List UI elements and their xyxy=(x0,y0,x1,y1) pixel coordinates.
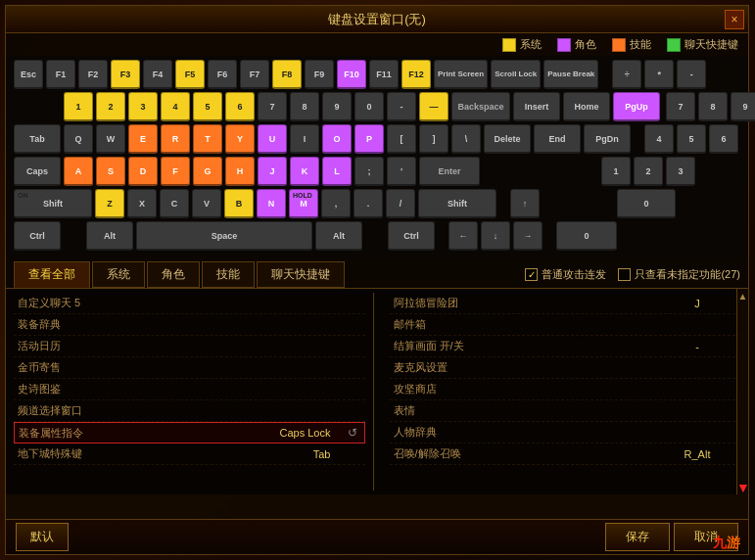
key-j[interactable]: J xyxy=(258,157,287,186)
key-6[interactable]: 6 xyxy=(225,92,255,121)
key-backspace[interactable]: Backspace xyxy=(451,92,510,121)
key-b[interactable]: B xyxy=(224,189,254,218)
checkbox-unassigned[interactable] xyxy=(618,268,631,281)
key-7[interactable]: 7 xyxy=(258,92,287,121)
key-e[interactable]: E xyxy=(128,124,158,154)
key-x[interactable]: X xyxy=(127,189,157,218)
key-f1[interactable]: F1 xyxy=(46,60,75,89)
key-num1[interactable]: 1 xyxy=(601,157,631,186)
key-pgdn[interactable]: PgDn xyxy=(584,124,631,154)
key-lbracket[interactable]: [ xyxy=(387,124,416,154)
key-f8[interactable]: F8 xyxy=(272,60,302,89)
key-rctrl[interactable]: Ctrl xyxy=(388,221,435,251)
key-end[interactable]: End xyxy=(534,124,581,154)
key-4[interactable]: 4 xyxy=(161,92,190,121)
key-3[interactable]: 3 xyxy=(128,92,158,121)
key-o[interactable]: O xyxy=(322,124,352,154)
key-t[interactable]: T xyxy=(193,124,222,154)
key-f11[interactable]: F11 xyxy=(369,60,399,89)
tab-role[interactable]: 角色 xyxy=(147,261,200,288)
key-rbracket[interactable]: ] xyxy=(419,124,448,154)
key-left[interactable]: ← xyxy=(448,221,478,251)
key-lalt[interactable]: Alt xyxy=(86,221,133,251)
key-num7[interactable]: 7 xyxy=(666,92,695,121)
key-f5[interactable]: F5 xyxy=(175,60,205,89)
key-f[interactable]: F xyxy=(161,157,190,186)
key-z[interactable]: Z xyxy=(95,189,124,218)
key-numdiv[interactable]: ÷ xyxy=(612,60,641,89)
scroll-up-button[interactable]: ▲ xyxy=(737,289,749,303)
key-f4[interactable]: F4 xyxy=(143,60,172,89)
key-ralt[interactable]: Alt xyxy=(315,221,362,251)
key-comma[interactable]: , xyxy=(321,189,351,218)
close-button[interactable]: × xyxy=(725,10,744,29)
key-m[interactable]: HOLD M xyxy=(289,189,318,218)
key-f2[interactable]: F2 xyxy=(78,60,108,89)
tab-all[interactable]: 查看全部 xyxy=(14,261,90,288)
key-esc[interactable]: Esc xyxy=(14,60,43,89)
key-h[interactable]: H xyxy=(225,157,255,186)
key-0[interactable]: 0 xyxy=(354,92,384,121)
key-u[interactable]: U xyxy=(258,124,287,154)
key-space[interactable]: Space xyxy=(136,221,312,251)
key-home[interactable]: Home xyxy=(563,92,610,121)
key-num-ins[interactable]: 0 xyxy=(556,221,617,251)
key-pause[interactable]: Pause Break xyxy=(543,60,598,89)
checkbox-normal-attack-label[interactable]: 普通攻击连发 xyxy=(525,267,606,282)
key-enter[interactable]: Enter xyxy=(419,157,480,186)
key-c[interactable]: C xyxy=(160,189,189,218)
key-equal[interactable]: — xyxy=(419,92,448,121)
key-lctrl[interactable]: Ctrl xyxy=(14,221,61,251)
key-w[interactable]: W xyxy=(96,124,125,154)
key-scrolllock[interactable]: Scroll Lock xyxy=(491,60,541,89)
checkbox-normal-attack[interactable] xyxy=(525,268,538,281)
tab-system[interactable]: 系统 xyxy=(92,261,145,288)
key-tab[interactable]: Tab xyxy=(14,124,61,154)
scroll-down-button[interactable]: ▼ xyxy=(737,481,749,494)
tab-chat[interactable]: 聊天快捷键 xyxy=(257,261,345,288)
key-up[interactable]: ↑ xyxy=(510,189,540,218)
checkbox-unassigned-label[interactable]: 只查看未指定功能(27) xyxy=(618,267,740,282)
key-f9[interactable]: F9 xyxy=(305,60,334,89)
key-d[interactable]: D xyxy=(128,157,158,186)
key-num4[interactable]: 4 xyxy=(644,124,674,154)
key-rshift[interactable]: Shift xyxy=(418,189,496,218)
key-8[interactable]: 8 xyxy=(290,92,319,121)
key-num2[interactable]: 2 xyxy=(634,157,663,186)
key-l[interactable]: L xyxy=(322,157,352,186)
key-r[interactable]: R xyxy=(161,124,190,154)
key-pgup[interactable]: PgUp xyxy=(613,92,660,121)
key-q[interactable]: Q xyxy=(64,124,93,154)
key-num8[interactable]: 8 xyxy=(698,92,728,121)
key-g[interactable]: G xyxy=(193,157,222,186)
default-button[interactable]: 默认 xyxy=(16,523,69,551)
key-insert[interactable]: Insert xyxy=(513,92,560,121)
key-right[interactable]: → xyxy=(513,221,543,251)
key-num9[interactable]: 9 xyxy=(731,92,755,121)
key-9[interactable]: 9 xyxy=(322,92,352,121)
key-nummul[interactable]: * xyxy=(644,60,674,89)
tab-skill[interactable]: 技能 xyxy=(202,261,255,288)
key-num5[interactable]: 5 xyxy=(677,124,706,154)
key-p[interactable]: P xyxy=(354,124,384,154)
key-slash[interactable]: / xyxy=(386,189,415,218)
key-2[interactable]: 2 xyxy=(96,92,125,121)
key-y[interactable]: Y xyxy=(225,124,255,154)
key-n[interactable]: N xyxy=(257,189,286,218)
key-lshift[interactable]: ON Shift xyxy=(14,189,92,218)
key-i[interactable]: I xyxy=(290,124,319,154)
key-f3[interactable]: F3 xyxy=(111,60,140,89)
key-a[interactable]: A xyxy=(64,157,93,186)
key-f6[interactable]: F6 xyxy=(208,60,237,89)
key-backslash[interactable]: \ xyxy=(451,124,481,154)
key-f12[interactable]: F12 xyxy=(401,60,431,89)
key-down[interactable]: ↓ xyxy=(481,221,510,251)
key-k[interactable]: K xyxy=(290,157,319,186)
key-num6[interactable]: 6 xyxy=(709,124,738,154)
key-num0[interactable]: 0 xyxy=(617,189,676,218)
key-semicolon[interactable]: ; xyxy=(354,157,384,186)
key-quote[interactable]: ' xyxy=(387,157,416,186)
key-f10[interactable]: F10 xyxy=(337,60,366,89)
key-printscreen[interactable]: Print Screen xyxy=(434,60,488,89)
key-numsub[interactable]: - xyxy=(677,60,706,89)
